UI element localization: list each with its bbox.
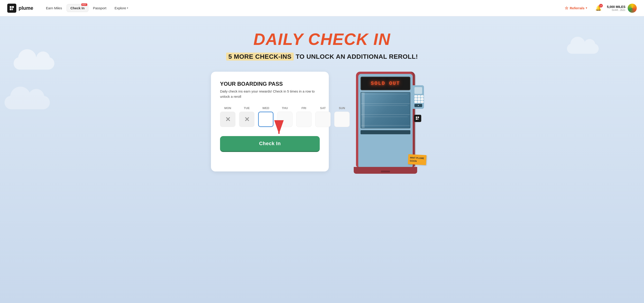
cloud-decoration-2	[567, 44, 599, 54]
vm-shelf-2	[361, 114, 410, 115]
hero-subtitle: 5 MORE CHECK-INS TO UNLOCK AN ADDITIONAL…	[226, 53, 418, 60]
day-col-tue: TUE ✕	[239, 106, 254, 127]
main-content: DAILY CHECK IN 5 MORE CHECK-INS TO UNLOC…	[0, 16, 644, 303]
nav-check-in[interactable]: HOT Check In	[66, 4, 88, 12]
cloud-decoration-1	[14, 57, 54, 70]
miles-amount: 5,000 MILES	[607, 5, 626, 9]
navbar: plume Earn Miles HOT Check In Passport E…	[0, 0, 644, 16]
vm-shelf-1	[361, 103, 410, 104]
day-label-mon: MON	[224, 106, 231, 110]
svg-rect-1	[12, 6, 14, 8]
day-label-fri: FRI	[302, 106, 306, 110]
nav-links: Earn Miles HOT Check In Passport Explore…	[42, 4, 132, 12]
day-label-sun: SUN	[339, 106, 345, 110]
vm-key-5: 5	[418, 98, 420, 100]
svg-rect-8	[416, 118, 417, 120]
vm-note: MINT PLUME GOON	[408, 154, 426, 165]
svg-rect-7	[418, 117, 419, 118]
checkin-button[interactable]: Check In	[220, 136, 320, 152]
referrals-button[interactable]: ☆ Referrals ▾	[562, 4, 590, 12]
vm-front: SOLD OUT	[358, 74, 413, 167]
day-col-sat: SAT	[315, 106, 330, 127]
logo[interactable]: plume	[7, 4, 33, 13]
vm-key-7: 7	[414, 101, 417, 103]
hot-badge: HOT	[81, 4, 87, 6]
day-label-thu: THU	[282, 106, 288, 110]
logo-text: plume	[18, 5, 33, 11]
vm-body: SOLD OUT	[356, 72, 415, 167]
vm-arrow-icon: ▼	[418, 105, 419, 107]
vm-key-1: 1	[414, 95, 417, 98]
day-label-tue: TUE	[244, 106, 250, 110]
vm-keypad-area: 1 2 3 4 5 6 7 8 9	[413, 85, 424, 109]
vm-keypad: 1 2 3 4 5 6 7 8 9	[414, 95, 422, 103]
vm-base	[354, 167, 417, 174]
star-icon: ☆	[565, 6, 568, 11]
svg-rect-6	[416, 117, 417, 118]
cloud-decoration-3	[4, 96, 50, 109]
nav-right: ☆ Referrals ▾ 🔔 3 5,000 MILES 0x44f...2b…	[562, 4, 637, 13]
card-title: YOUR BOARDING PASS	[220, 81, 320, 87]
day-col-fri: FRI	[296, 106, 312, 127]
card-description: Daily check ins earn your rewards! Check…	[220, 89, 320, 99]
wallet-address: 0x44f...2b2c	[607, 9, 626, 11]
vm-glass-shine	[362, 93, 364, 128]
checkin-section: Check In	[220, 136, 320, 152]
nav-explore[interactable]: Explore ▾	[111, 4, 132, 12]
vm-key-4: 4	[414, 98, 417, 100]
vm-base-detail	[381, 171, 390, 172]
vm-key-8: 8	[418, 101, 420, 103]
svg-rect-9	[418, 118, 418, 120]
subtitle-rest: TO UNLOCK AN ADDITIONAL REROLL!	[296, 53, 418, 60]
vm-slot	[360, 130, 410, 134]
day-label-wed: WED	[262, 106, 269, 110]
vm-key-6: 6	[421, 98, 424, 100]
arrow-icon	[270, 119, 288, 137]
referrals-chevron-icon: ▾	[586, 7, 587, 10]
miles-info: 5,000 MILES 0x44f...2b2c	[607, 5, 626, 11]
vm-key-3: 3	[421, 95, 424, 98]
boarding-pass-card: YOUR BOARDING PASS Daily check ins earn …	[211, 72, 329, 171]
day-box-fri	[296, 112, 312, 127]
vm-logo-icon	[416, 116, 420, 120]
vending-machine: SOLD OUT	[354, 72, 426, 175]
nav-left: plume Earn Miles HOT Check In Passport E…	[7, 4, 132, 13]
vm-key-2: 2	[418, 95, 420, 98]
day-col-mon: MON ✕	[220, 106, 236, 127]
vm-key-9: 9	[421, 101, 424, 103]
subtitle-highlight: 5 MORE CHECK-INS	[226, 53, 294, 61]
day-label-sat: SAT	[320, 106, 326, 110]
day-box-tue: ✕	[239, 112, 254, 127]
sold-out-text: SOLD OUT	[371, 81, 400, 86]
logo-icon	[7, 4, 16, 13]
vm-logo	[414, 115, 421, 122]
svg-rect-0	[10, 6, 12, 8]
avatar[interactable]	[628, 4, 637, 13]
svg-rect-3	[12, 9, 13, 10]
vm-arrow-button: ▼	[414, 104, 422, 107]
vm-shelf-3	[361, 125, 410, 126]
vending-machine-container: SOLD OUT	[347, 72, 433, 175]
notification-badge: 3	[599, 4, 603, 8]
nav-passport[interactable]: Passport	[89, 4, 110, 12]
day-box-mon: ✕	[220, 112, 236, 127]
day-box-sat	[315, 112, 330, 127]
vm-wrapper: SOLD OUT	[354, 72, 417, 174]
nav-earn-miles[interactable]: Earn Miles	[42, 4, 66, 12]
vm-glass	[360, 92, 410, 128]
vm-display: SOLD OUT	[360, 77, 410, 90]
page-title: DAILY CHECK IN	[253, 30, 390, 49]
explore-chevron-icon: ▾	[127, 7, 128, 10]
svg-rect-2	[10, 9, 12, 10]
user-info[interactable]: 5,000 MILES 0x44f...2b2c	[607, 4, 637, 13]
vm-screen-small	[414, 87, 422, 94]
notification-button[interactable]: 🔔 3	[594, 4, 602, 12]
content-row: YOUR BOARDING PASS Daily check ins earn …	[186, 72, 458, 175]
